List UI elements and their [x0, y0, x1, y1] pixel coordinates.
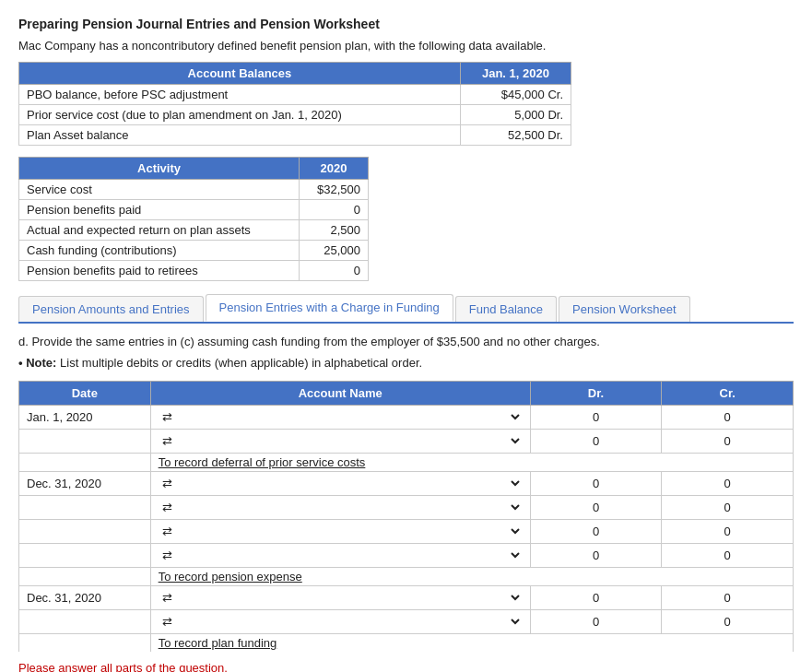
journal-row: ⇄00 — [19, 544, 794, 568]
record-label-row: To record deferral of prior service cost… — [19, 454, 794, 472]
journal-row: ⇄00 — [19, 430, 794, 454]
activity-header1: Activity — [19, 158, 300, 180]
journal-cr: 0 — [662, 430, 794, 454]
journal-row: Jan. 1, 2020⇄00 — [19, 406, 794, 430]
account-name-select[interactable]: ⇄ — [159, 614, 523, 630]
journal-date — [19, 544, 151, 568]
record-label-link[interactable]: To record pension expense — [159, 570, 302, 584]
account-name-select[interactable]: ⇄ — [159, 433, 523, 449]
record-label-date-empty — [19, 634, 151, 653]
account-balance-label: PBO balance, before PSC adjustment — [19, 85, 461, 105]
account-balance-value: 52,500 Dr. — [460, 125, 571, 146]
journal-date: Dec. 31, 2020 — [19, 586, 151, 610]
account-balance-row: Prior service cost (due to plan amendmen… — [19, 105, 571, 125]
journal-cr: 0 — [662, 610, 794, 634]
activity-table: Activity 2020 Service cost$32,500Pension… — [18, 157, 369, 281]
journal-dr: 0 — [530, 406, 662, 430]
account-name-select[interactable]: ⇄ — [159, 548, 523, 563]
tabs-container: Pension Amounts and EntriesPension Entri… — [18, 294, 794, 324]
journal-dr: 0 — [530, 520, 662, 544]
activity-label: Cash funding (contributions) — [19, 241, 300, 261]
activity-row: Cash funding (contributions)25,000 — [19, 241, 369, 261]
journal-header-dr: Dr. — [530, 382, 662, 406]
activity-value: 2,500 — [300, 220, 369, 241]
note-text: • Note: List multiple debits or credits … — [18, 356, 794, 370]
journal-row: Dec. 31, 2020⇄00 — [19, 586, 794, 610]
activity-value: 0 — [300, 200, 369, 220]
journal-account-cell[interactable]: ⇄ — [150, 586, 530, 610]
journal-account-cell[interactable]: ⇄ — [150, 406, 530, 430]
journal-account-cell[interactable]: ⇄ — [150, 520, 530, 544]
activity-row: Actual and expected return on plan asset… — [19, 220, 369, 241]
journal-row: ⇄00 — [19, 520, 794, 544]
account-balance-row: Plan Asset balance52,500 Dr. — [19, 125, 571, 146]
journal-dr: 0 — [530, 430, 662, 454]
journal-cr: 0 — [662, 544, 794, 568]
journal-account-cell[interactable]: ⇄ — [150, 472, 530, 496]
journal-header-account name: Account Name — [150, 382, 530, 406]
activity-value: 0 — [300, 261, 369, 281]
record-label-link[interactable]: To record deferral of prior service cost… — [159, 455, 366, 469]
account-name-select[interactable]: ⇄ — [159, 524, 523, 539]
account-balances-table: Account Balances Jan. 1, 2020 PBO balanc… — [18, 62, 571, 146]
activity-label: Pension benefits paid — [19, 200, 300, 220]
tab-pension-amounts-and-entries[interactable]: Pension Amounts and Entries — [18, 296, 204, 322]
journal-dr: 0 — [530, 472, 662, 496]
account-balance-label: Prior service cost (due to plan amendmen… — [19, 105, 461, 125]
account-balances-header1: Account Balances — [19, 63, 461, 85]
journal-account-cell[interactable]: ⇄ — [150, 430, 530, 454]
account-balance-label: Plan Asset balance — [19, 125, 461, 146]
journal-cr: 0 — [662, 406, 794, 430]
tab-fund-balance[interactable]: Fund Balance — [455, 296, 557, 322]
journal-date — [19, 430, 151, 454]
record-label-text: To record deferral of prior service cost… — [150, 454, 793, 472]
record-label-row: To record plan funding — [19, 634, 794, 653]
record-label-text: To record plan funding — [150, 634, 793, 653]
account-name-select[interactable]: ⇄ — [159, 590, 523, 606]
activity-label: Pension benefits paid to retirees — [19, 261, 300, 281]
tab-pension-worksheet[interactable]: Pension Worksheet — [559, 296, 690, 322]
journal-header-cr: Cr. — [662, 382, 794, 406]
record-label-link[interactable]: To record plan funding — [159, 636, 277, 650]
activity-label: Service cost — [19, 180, 300, 200]
journal-row: Dec. 31, 2020⇄00 — [19, 472, 794, 496]
journal-date: Dec. 31, 2020 — [19, 472, 151, 496]
journal-date: Jan. 1, 2020 — [19, 406, 151, 430]
activity-value: $32,500 — [300, 180, 369, 200]
journal-account-cell[interactable]: ⇄ — [150, 496, 530, 520]
record-label-date-empty — [19, 568, 151, 586]
account-name-select[interactable]: ⇄ — [159, 500, 523, 515]
activity-row: Service cost$32,500 — [19, 180, 369, 200]
activity-label: Actual and expected return on plan asset… — [19, 220, 300, 241]
journal-header-date: Date — [19, 382, 151, 406]
journal-date — [19, 520, 151, 544]
activity-header2: 2020 — [300, 158, 369, 180]
journal-date — [19, 496, 151, 520]
please-answer: Please answer all parts of the question. — [18, 661, 794, 672]
record-label-date-empty — [19, 454, 151, 472]
journal-dr: 0 — [530, 610, 662, 634]
account-balance-value: 5,000 Dr. — [460, 105, 571, 125]
account-name-select[interactable]: ⇄ — [159, 409, 523, 425]
page-title: Preparing Pension Journal Entries and Pe… — [18, 17, 794, 31]
journal-account-cell[interactable]: ⇄ — [150, 544, 530, 568]
question-text: d. Provide the same entries in (c) assum… — [18, 335, 794, 348]
journal-row: ⇄00 — [19, 610, 794, 634]
journal-dr: 0 — [530, 496, 662, 520]
journal-dr: 0 — [530, 586, 662, 610]
journal-account-cell[interactable]: ⇄ — [150, 610, 530, 634]
account-balances-header2: Jan. 1, 2020 — [460, 63, 571, 85]
account-balance-row: PBO balance, before PSC adjustment$45,00… — [19, 85, 571, 105]
tab-pension-entries-with-a-charge-in-funding[interactable]: Pension Entries with a Charge in Funding — [206, 294, 453, 322]
journal-cr: 0 — [662, 496, 794, 520]
intro-text: Mac Company has a noncontributory define… — [18, 39, 794, 53]
account-name-select[interactable]: ⇄ — [159, 476, 523, 491]
journal-table: DateAccount NameDr.Cr. Jan. 1, 2020⇄00⇄0… — [18, 381, 794, 652]
journal-cr: 0 — [662, 472, 794, 496]
journal-dr: 0 — [530, 544, 662, 568]
record-label-text: To record pension expense — [150, 568, 793, 586]
journal-row: ⇄00 — [19, 496, 794, 520]
journal-cr: 0 — [662, 520, 794, 544]
activity-row: Pension benefits paid0 — [19, 200, 369, 220]
activity-row: Pension benefits paid to retirees0 — [19, 261, 369, 281]
